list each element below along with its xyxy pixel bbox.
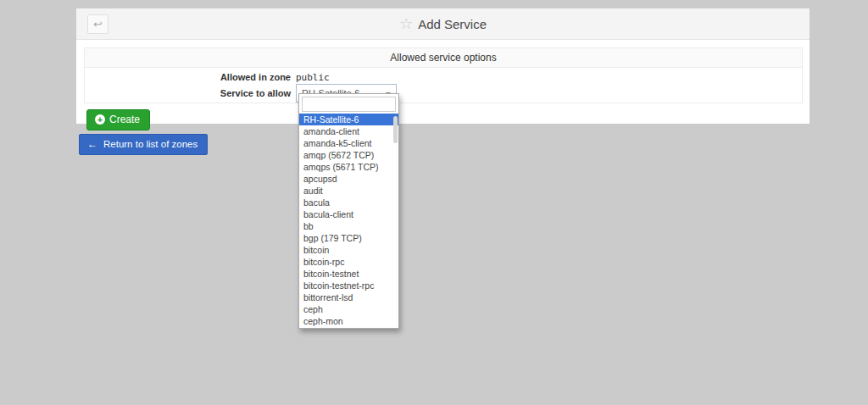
dropdown-item[interactable]: audit <box>299 185 398 197</box>
dropdown-item[interactable]: amqps (5671 TCP) <box>299 161 398 173</box>
dropdown-item[interactable]: bgp (179 TCP) <box>299 232 398 244</box>
left-arrow-icon: ← <box>87 140 97 149</box>
card-header: ↩ ☆ Add Service <box>76 8 810 40</box>
dropdown-item[interactable]: apcupsd <box>299 173 398 185</box>
add-service-card: ↩ ☆ Add Service Allowed service options … <box>76 8 810 124</box>
back-arrow-icon: ↩ <box>93 18 103 31</box>
create-button-label: Create <box>109 114 140 125</box>
dropdown-item[interactable]: amqp (5672 TCP) <box>299 149 398 161</box>
return-button-label: Return to list of zones <box>103 139 198 149</box>
dropdown-item[interactable]: ceph <box>299 303 398 315</box>
dropdown-item[interactable]: bacula <box>299 197 398 208</box>
plus-circle-icon: + <box>95 114 105 125</box>
zone-value: public <box>296 72 330 83</box>
allowed-service-options-table: Allowed service options Allowed in zone … <box>84 47 803 103</box>
page-title: Add Service <box>418 17 487 31</box>
service-dropdown-panel: RH-Satellite-6amanda-clientamanda-k5-cli… <box>298 93 399 329</box>
dropdown-item[interactable]: bb <box>299 220 398 232</box>
dropdown-search-input[interactable] <box>302 97 396 112</box>
dropdown-item[interactable]: amanda-k5-client <box>299 137 398 149</box>
dropdown-item[interactable]: bitcoin-testnet-rpc <box>299 280 398 291</box>
favorite-star-icon[interactable]: ☆ <box>399 16 413 31</box>
dropdown-item[interactable]: RH-Satellite-6 <box>299 114 398 125</box>
dropdown-item[interactable]: bitcoin-testnet <box>299 268 398 280</box>
dropdown-item[interactable]: bacula-client <box>299 208 398 220</box>
dropdown-item[interactable]: amanda-client <box>299 125 398 137</box>
back-button[interactable]: ↩ <box>87 14 108 34</box>
dropdown-scrollbar[interactable] <box>393 116 398 143</box>
dropdown-item[interactable]: ceph-mon <box>299 315 398 327</box>
return-to-zones-button[interactable]: ← Return to list of zones <box>79 134 208 155</box>
service-row: Service to allow RH-Satellite-6 <box>85 84 802 103</box>
dropdown-item[interactable]: bitcoin <box>299 244 398 256</box>
create-button[interactable]: + Create <box>86 109 150 130</box>
service-to-allow-label: Service to allow <box>85 88 296 98</box>
allowed-in-zone-label: Allowed in zone <box>85 72 296 82</box>
dropdown-item[interactable]: bitcoin-rpc <box>299 256 398 268</box>
dropdown-item[interactable]: bittorrent-lsd <box>299 291 398 303</box>
section-title: Allowed service options <box>85 48 802 68</box>
zone-row: Allowed in zone public <box>85 71 802 83</box>
dropdown-list: RH-Satellite-6amanda-clientamanda-k5-cli… <box>299 114 398 327</box>
